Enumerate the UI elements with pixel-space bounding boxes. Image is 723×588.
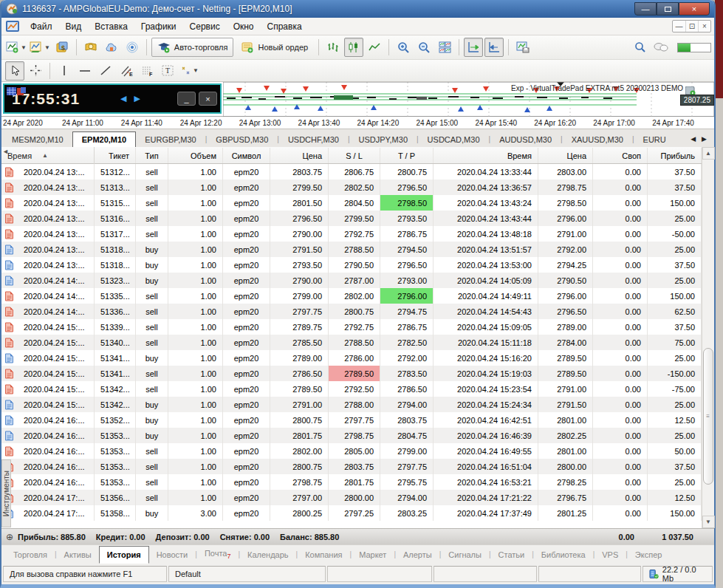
toolbox-tab-VPS[interactable]: VPS <box>594 547 626 563</box>
toolbox-tab-История[interactable]: История <box>99 546 149 564</box>
clock-prev-arrow[interactable]: ◀ <box>120 94 126 103</box>
trendline-tool-button[interactable] <box>96 61 115 81</box>
menu-item-Вставка[interactable]: Вставка <box>88 19 134 34</box>
line-chart-button[interactable] <box>365 38 384 57</box>
horizontal-line-tool-button[interactable] <box>75 61 95 81</box>
column-header-5[interactable]: Символ <box>223 148 270 163</box>
cursor-tool-button[interactable] <box>5 61 24 81</box>
column-header-3[interactable]: Тип <box>136 148 168 163</box>
chart-tab-XAUUSD,M30[interactable]: XAUUSD,M30 <box>563 132 632 147</box>
toolbox-tab-Алерты[interactable]: Алерты <box>396 547 439 563</box>
toolbox-tab-Сигналы[interactable]: Сигналы <box>441 547 489 563</box>
scroll-up-arrow[interactable]: ▲ <box>702 147 715 160</box>
menu-item-Окно[interactable]: Окно <box>227 19 261 34</box>
menu-item-Вид[interactable]: Вид <box>59 19 89 34</box>
toolbox-tab-Компания[interactable]: Компания <box>298 547 349 563</box>
fibonacci-tool-button[interactable]: F <box>137 61 157 81</box>
chart-tab-AUDUSD,M30[interactable]: AUDUSD,M30 <box>490 132 561 147</box>
zoom-in-button[interactable] <box>394 38 413 57</box>
chart-tab-EPM20,M10[interactable]: EPM20,M10 <box>72 131 137 147</box>
autotrade-button[interactable]: Авто-торговля <box>151 38 234 57</box>
candles-chart-button[interactable] <box>344 38 363 57</box>
table-row[interactable]: 2020.04.24 15:...51342...buy1.00epm20279… <box>1 397 702 412</box>
crosshair-tool-button[interactable] <box>26 61 45 81</box>
new-chart-button[interactable]: ▼ <box>5 38 27 57</box>
table-row[interactable]: 2020.04.24 14:...51336...sell1.00epm2027… <box>1 304 702 319</box>
column-header-1[interactable]: Время▲ <box>1 147 95 164</box>
toolbox-tab-Почта[interactable]: Почта7 <box>197 545 239 564</box>
tabs-scroll-left[interactable]: ◀ <box>691 135 696 143</box>
toolbox-tab-Библиотека[interactable]: Библиотека <box>534 547 593 563</box>
chart-tab-EURU[interactable]: EURU <box>634 132 675 147</box>
search-button[interactable] <box>631 38 650 57</box>
tile-windows-button[interactable] <box>435 38 454 57</box>
toolbox-tab-Торговля[interactable]: Торговля <box>6 547 55 563</box>
menu-item-Файл[interactable]: Файл <box>24 19 59 34</box>
chart-tab-MESM20,M10[interactable]: MESM20,M10 <box>3 132 72 147</box>
chart-tab-EURGBP,M30[interactable]: EURGBP,M30 <box>136 132 205 147</box>
table-row[interactable]: 2020.04.24 15:...51339...sell1.00epm2027… <box>1 319 702 335</box>
child-minimize-button[interactable]: — <box>673 21 685 32</box>
equidistant-channel-tool-button[interactable]: E <box>117 61 136 81</box>
column-header-10[interactable]: Цена <box>538 148 593 163</box>
vertical-line-tool-button[interactable] <box>55 61 74 81</box>
table-row[interactable]: 2020.04.24 16:...51353...sell1.00epm2028… <box>1 459 702 474</box>
collapse-panel-arrow[interactable]: ◄ <box>2 148 9 155</box>
history-center-button[interactable] <box>81 38 100 57</box>
clock-next-arrow[interactable]: ▶ <box>134 94 140 103</box>
status-profile[interactable]: Default <box>168 566 326 582</box>
text-tool-button[interactable]: T <box>158 61 177 81</box>
scroll-down-arrow[interactable]: ▼ <box>702 516 715 528</box>
table-row[interactable]: 2020.04.24 17:...51358...buy3.00epm20280… <box>1 505 702 521</box>
column-header-9[interactable]: Время <box>434 148 538 163</box>
clock-minimize-button[interactable]: _ <box>177 92 196 106</box>
table-row[interactable]: 2020.04.24 16:...51353...buy1.00epm20280… <box>1 428 702 443</box>
table-row[interactable]: 2020.04.24 13:...51315...sell1.00epm2028… <box>1 195 702 211</box>
strategy-tester-button[interactable] <box>102 38 121 57</box>
vertical-scrollbar[interactable]: ▲ ≡ ▼ <box>702 147 714 528</box>
close-button[interactable]: × <box>679 2 710 16</box>
table-row[interactable]: 2020.04.24 13:...51318...buy1.00epm20279… <box>1 242 702 257</box>
column-header-2[interactable]: Тикет <box>95 148 136 163</box>
table-row[interactable]: 2020.04.24 14:...51335...sell1.00epm2027… <box>1 288 702 304</box>
table-row[interactable]: 2020.04.24 13:...51312...sell1.00epm2028… <box>1 164 702 180</box>
expand-summary-icon[interactable]: ⊕ <box>6 532 13 542</box>
new-order-button[interactable]: Новый ордер <box>235 38 314 57</box>
table-row[interactable]: 2020.04.24 15:...51341...sell1.00epm2027… <box>1 366 702 381</box>
chart-area[interactable]: Exp - VirtualTradePad EXTRA mt5 20200213… <box>1 82 714 117</box>
chat-button[interactable] <box>651 38 671 57</box>
auto-scroll-button[interactable] <box>464 38 483 57</box>
profiles-button[interactable]: ▼ <box>29 38 51 57</box>
bars-chart-button[interactable] <box>323 38 343 57</box>
new-chart-dropdown[interactable]: ▼ <box>21 44 27 51</box>
clock-close-button[interactable]: × <box>199 92 217 106</box>
column-header-4[interactable]: Объем <box>168 148 223 163</box>
column-header-7[interactable]: S / L <box>329 148 380 163</box>
toolbox-tab-Маркет[interactable]: Маркет <box>352 547 394 563</box>
child-restore-button[interactable]: ⊡ <box>685 21 698 32</box>
table-row[interactable]: 2020.04.24 16:...51353...sell1.00epm2027… <box>1 474 702 490</box>
toolbox-tab-Статьи[interactable]: Статьи <box>491 547 532 563</box>
clock-panel[interactable]: 17:55:31 ◀ ▶ _ × <box>3 83 222 114</box>
toolbox-tab-Экспер[interactable]: Экспер <box>628 547 670 563</box>
table-row[interactable]: 2020.04.24 13:...51313...sell1.00epm2027… <box>1 180 702 195</box>
scroll-thumb[interactable]: ≡ <box>703 348 713 485</box>
scroll-track[interactable]: ≡ <box>702 160 715 516</box>
table-row[interactable]: 2020.04.24 16:...51353...sell1.00epm2028… <box>1 443 702 459</box>
tabs-scroll-right[interactable]: ▶ <box>702 135 707 143</box>
arrows-tool-button[interactable]: ▼ <box>179 61 199 81</box>
column-header-11[interactable]: Своп <box>593 148 648 163</box>
market-watch-button[interactable]: $ <box>52 38 72 57</box>
toolbox-tab-Календарь[interactable]: Календарь <box>240 547 296 563</box>
table-row[interactable]: 2020.04.24 14:...51323...buy1.00epm20279… <box>1 273 702 288</box>
zoom-out-button[interactable] <box>414 38 434 57</box>
chart-shift-button[interactable] <box>484 38 504 57</box>
table-row[interactable]: 2020.04.24 16:...51352...buy1.00epm20280… <box>1 412 702 428</box>
table-row[interactable]: 2020.04.24 17:...51356...sell1.00epm2027… <box>1 490 702 505</box>
chart-tab-USDCHF,M30[interactable]: USDCHF,M30 <box>279 132 348 147</box>
table-row[interactable]: 2020.04.24 13:...51316...sell1.00epm2027… <box>1 211 702 226</box>
table-row[interactable]: 2020.04.24 13:...51317...sell1.00epm2027… <box>1 226 702 242</box>
table-row[interactable]: 2020.04.24 15:...51342...sell1.00epm2027… <box>1 381 702 397</box>
table-row[interactable]: 2020.04.24 15:...51340...sell1.00epm2027… <box>1 335 702 350</box>
chart-tab-GBPUSD,M30[interactable]: GBPUSD,M30 <box>207 132 277 147</box>
